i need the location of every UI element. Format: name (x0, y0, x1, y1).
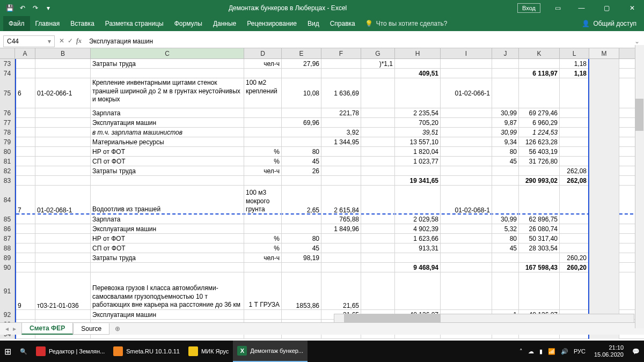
cell-J83[interactable] (492, 176, 519, 186)
row-header[interactable]: 74 (0, 69, 15, 78)
cell-K91[interactable] (519, 272, 560, 310)
sheet-tab-active[interactable]: Смета ФЕР (21, 323, 73, 335)
cell-H87[interactable]: 1 623,66 (395, 234, 441, 243)
name-dropdown-icon[interactable]: ▾ (48, 38, 51, 45)
tray-lang[interactable]: РУС (574, 348, 586, 354)
cell-D85[interactable] (244, 215, 282, 224)
cell-E85[interactable] (282, 215, 321, 224)
cell-K83[interactable]: 290 993,02 (519, 176, 560, 186)
cell-H75[interactable] (395, 78, 441, 108)
cell-M90[interactable] (589, 263, 619, 272)
cell-F76[interactable]: 221,78 (321, 108, 361, 118)
cell-A77[interactable] (15, 118, 35, 128)
tab-file[interactable]: Файл (3, 16, 30, 31)
cell-M77[interactable] (589, 118, 619, 128)
minimize-button[interactable]: — (569, 1, 594, 16)
cell-K78[interactable]: 1 224,53 (519, 128, 560, 137)
col-D[interactable]: D (244, 48, 282, 58)
col-F[interactable]: F (321, 48, 361, 58)
cell-H77[interactable]: 705,20 (395, 118, 441, 128)
row-header[interactable]: 81 (0, 157, 15, 166)
cell-C92[interactable]: Эксплуатация машин (91, 310, 244, 320)
cell-A76[interactable] (15, 108, 35, 118)
cell-B78[interactable] (35, 128, 91, 137)
cell-L81[interactable] (560, 157, 589, 166)
cancel-formula-icon[interactable]: ✕ (59, 37, 64, 45)
cell-F77[interactable] (321, 118, 361, 128)
row-header[interactable]: 90 (0, 263, 15, 272)
fx-icon[interactable]: fx (76, 37, 82, 45)
cell-F79[interactable]: 1 344,95 (321, 137, 361, 147)
cell-M75[interactable] (589, 78, 619, 108)
row-header[interactable]: 91 (0, 272, 15, 310)
row-header[interactable]: 78 (0, 128, 15, 137)
cell-J88[interactable]: 45 (492, 243, 519, 253)
cell-K85[interactable]: 62 896,75 (519, 215, 560, 224)
cell-F73[interactable] (321, 59, 361, 69)
cell-J85[interactable]: 30,99 (492, 215, 519, 224)
cell-F82[interactable] (321, 166, 361, 176)
cell-G79[interactable] (361, 137, 395, 147)
cell-D76[interactable] (244, 108, 282, 118)
cell-G86[interactable] (361, 224, 395, 234)
cell-M85[interactable] (589, 215, 619, 224)
tray-clock[interactable]: 21:10 15.06.2020 (591, 344, 627, 358)
cell-M89[interactable] (589, 253, 619, 263)
col-K[interactable]: K (519, 48, 560, 58)
cell-I84[interactable]: 01-02-068-1 (441, 186, 492, 215)
cell-H84[interactable] (395, 186, 441, 215)
cell-H74[interactable]: 409,51 (395, 69, 441, 78)
cell-G73[interactable]: )*1,1 (361, 59, 395, 69)
cell-C78[interactable]: в т.ч. зарплата машинистов (91, 128, 244, 137)
taskbar-item[interactable]: XДемонтаж бункер... (233, 341, 308, 362)
cell-D92[interactable] (244, 310, 282, 320)
cell-C88[interactable]: СП от ФОТ (91, 243, 244, 253)
cell-A78[interactable] (15, 128, 35, 137)
cell-M86[interactable] (589, 224, 619, 234)
cell-I85[interactable] (441, 215, 492, 224)
cell-F89[interactable] (321, 253, 361, 263)
row-header[interactable]: 76 (0, 108, 15, 118)
cell-M81[interactable] (589, 157, 619, 166)
cell-K80[interactable]: 56 403,19 (519, 147, 560, 157)
cell-E86[interactable] (282, 224, 321, 234)
cell-B77[interactable] (35, 118, 91, 128)
cell-I77[interactable] (441, 118, 492, 128)
cell-I76[interactable] (441, 108, 492, 118)
col-B[interactable]: B (35, 48, 91, 58)
cell-K90[interactable]: 167 598,43 (519, 263, 560, 272)
cell-F88[interactable] (321, 243, 361, 253)
cell-C73[interactable]: Затраты труда (91, 59, 244, 69)
cell-M73[interactable] (589, 59, 619, 69)
row-header[interactable]: 88 (0, 243, 15, 253)
cell-M84[interactable] (589, 186, 619, 215)
cell-F74[interactable] (321, 69, 361, 78)
cell-H85[interactable]: 2 029,58 (395, 215, 441, 224)
cell-I87[interactable] (441, 234, 492, 243)
cell-E84[interactable]: 2,65 (282, 186, 321, 215)
cell-K74[interactable]: 6 118,97 (519, 69, 560, 78)
cell-L90[interactable]: 260,20 (560, 263, 589, 272)
cell-D89[interactable]: чел-ч (244, 253, 282, 263)
cell-D83[interactable] (244, 176, 282, 186)
cell-K75[interactable] (519, 78, 560, 108)
close-button[interactable]: ✕ (620, 1, 644, 16)
cell-L74[interactable]: 1,18 (560, 69, 589, 78)
cell-K77[interactable]: 6 960,29 (519, 118, 560, 128)
tab-help[interactable]: Справка (325, 16, 361, 31)
cell-M88[interactable] (589, 243, 619, 253)
save-icon[interactable]: 💾 (4, 3, 15, 13)
cell-C82[interactable]: Затраты труда (91, 166, 244, 176)
cell-A86[interactable] (15, 224, 35, 234)
cell-D88[interactable]: % (244, 243, 282, 253)
cell-M80[interactable] (589, 147, 619, 157)
tab-formulas[interactable]: Формулы (169, 16, 208, 31)
taskbar-item[interactable]: МИК Ярус (184, 341, 233, 362)
cell-G81[interactable] (361, 157, 395, 166)
cell-M74[interactable] (589, 69, 619, 78)
cell-J76[interactable]: 30,99 (492, 108, 519, 118)
cell-M76[interactable] (589, 108, 619, 118)
cell-L87[interactable] (560, 234, 589, 243)
cell-L82[interactable]: 262,08 (560, 166, 589, 176)
cell-I90[interactable] (441, 263, 492, 272)
